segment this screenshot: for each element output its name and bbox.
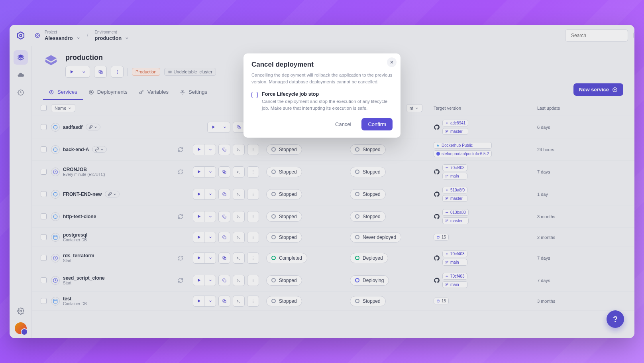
close-icon (389, 60, 394, 65)
chk-desc: Cancel the deployment and stop the execu… (262, 98, 393, 112)
cancel-deployment-modal: Cancel deployment Cancelling the deploym… (243, 53, 401, 138)
close-button[interactable] (387, 57, 397, 67)
confirm-button[interactable]: Confirm (361, 118, 393, 130)
cancel-button[interactable]: Cancel (329, 118, 357, 130)
modal-backdrop[interactable]: Cancel deployment Cancelling the deploym… (10, 25, 634, 338)
modal-title: Cancel deployment (251, 61, 393, 69)
force-stop-checkbox[interactable] (251, 92, 258, 98)
chk-title: Force Lifecycle job stop (262, 91, 393, 97)
modal-body: Cancelling the deployment will rollback … (251, 72, 393, 86)
